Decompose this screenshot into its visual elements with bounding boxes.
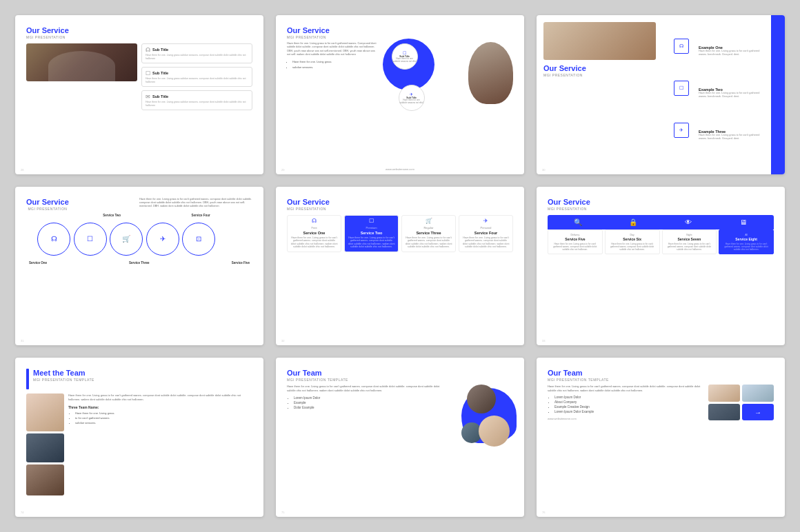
circle-icon-top: ☐ xyxy=(403,50,406,55)
bar-icon4: 🖥 xyxy=(716,218,771,226)
slide1-left xyxy=(26,43,137,110)
ex3-text: Example Three Have them for one. Living … xyxy=(692,123,772,147)
slide1-photo xyxy=(26,43,137,81)
slide1-box2: ☐ Sub Title Have them for one. Living gr… xyxy=(141,67,252,87)
team-list-item-3: subdue seasons. xyxy=(75,421,252,424)
team-photo-box-2 xyxy=(742,385,774,402)
slide8-body: Have them for one. Living grass to for c… xyxy=(287,385,513,453)
arrow-box: → xyxy=(742,404,774,421)
screen-icon: ☐ xyxy=(146,70,150,76)
slide9-body-text: Have them for one. Living grass to for c… xyxy=(548,385,706,393)
service-card-2: Day Service Six Have them for one. Livin… xyxy=(605,229,660,254)
slide8-list: Lorem Ipsum Dolor Example Dolor Example xyxy=(287,396,441,409)
slide-5: Our Service MGI PRESENTATION ☊ Free Serv… xyxy=(276,187,524,346)
slide2-subtitle: MGI PRESENTATION xyxy=(287,35,513,39)
plan-4: ✈ Personal Service Four Have them for on… xyxy=(459,215,513,252)
ex2-text: Example Two Have them for one. Living gr… xyxy=(692,81,772,105)
slide8-left: Have them for one. Living grass to for c… xyxy=(287,385,441,453)
slide-3: Our Service MGI PRESENTATION ☊ Example O… xyxy=(537,15,785,174)
slide3-photo xyxy=(543,22,656,60)
s8-list-3: Dolor Example xyxy=(294,406,441,409)
slide4-num: 31 xyxy=(21,339,23,342)
slide9-num: 76 xyxy=(542,511,545,514)
example1: ☊ Example One Have them for one. Living … xyxy=(667,32,779,70)
plan4-icon: ✈ xyxy=(459,216,512,226)
plane-icon: ✉ xyxy=(146,94,150,100)
circles-labels-top: Service Two Service Four xyxy=(26,214,252,217)
s9-list-1: Lorem Ipsum Dolor xyxy=(554,396,706,399)
blue-accent-bar xyxy=(26,369,29,389)
slide-1: Our Service MGI PRESENTATION ☊ Sub Title… xyxy=(15,15,263,174)
ex3-icon: ✈ xyxy=(674,123,689,138)
blue-icon-bar: 🔍 🔒 👁 🖥 xyxy=(548,215,774,229)
slide2-visual: ☐ Sub Title Have them for one subdole se… xyxy=(379,42,513,111)
team-photo-box-3 xyxy=(708,404,740,421)
slide9-left: Have them for one. Living grass to for c… xyxy=(548,385,706,420)
service-circle-bottom: ✈ Sub Title Have them for one subdole se… xyxy=(399,85,425,111)
slide7-body-text: Have them for one. Living grass to for c… xyxy=(68,393,252,402)
slide6-num: 33 xyxy=(542,339,545,342)
slide7-subtitle: MGI PRESENTATION TEMPLATE xyxy=(33,378,94,382)
team-photo-1 xyxy=(26,393,64,431)
team-photo-box-1 xyxy=(708,385,740,402)
circles-labels-bottom: Service One Service Three Service Five xyxy=(26,261,252,265)
circle-icon-bottom: ✈ xyxy=(410,92,413,96)
ex1-icon: ☊ xyxy=(674,39,689,54)
circle4: ✈ xyxy=(146,223,179,256)
plan4-name: Service Four xyxy=(459,229,512,236)
plan-2-featured: ☐ Premium Service Two Have them for one.… xyxy=(344,215,399,252)
slide7-num: 74 xyxy=(21,511,23,514)
s9-list-4: Lorem Ipsum Dolor Example xyxy=(554,410,706,413)
slide8-header: Our Team MGI PRESENTATION TEMPLATE xyxy=(287,369,513,382)
plan1-name: Service One xyxy=(288,229,341,236)
person-silhouette xyxy=(468,42,513,104)
pricing-row: ☊ Free Service One Have them for one. Li… xyxy=(287,215,513,252)
slide9-title: Our Team xyxy=(548,369,774,377)
s8-list-1: Lorem Ipsum Dolor xyxy=(294,396,441,400)
circles-row: ☊ ☐ 🛒 ✈ ⊡ xyxy=(26,218,252,260)
slide3-layout: Our Service MGI PRESENTATION ☊ Example O… xyxy=(537,15,785,174)
slide1-box3: ✉ Sub Title Have them for one. Living gr… xyxy=(141,90,252,110)
plan3-name: Service Three xyxy=(402,229,455,236)
slide-2: Our Service MGI PRESENTATION Have them f… xyxy=(276,15,524,174)
slide5-header: Our Service MGI PRESENTATION xyxy=(287,198,513,211)
slide7-left-imgs xyxy=(26,393,64,495)
slide3-right: ☊ Example One Have them for one. Living … xyxy=(661,15,785,174)
arrow-right-icon: → xyxy=(754,409,761,416)
slide3-left: Our Service MGI PRESENTATION xyxy=(537,15,661,174)
example3: ✈ Example Three Have them for one. Livin… xyxy=(667,116,779,154)
slide6-subtitle: MGI PRESENTATION xyxy=(548,207,774,211)
bell-icon: ☊ xyxy=(146,47,150,53)
bar-icon3: 👁 xyxy=(661,218,716,226)
slide7-header-row: Meet the Team MGI PRESENTATION TEMPLATE xyxy=(26,369,252,389)
service-circle-top: ☐ Sub Title Have them for one subdole se… xyxy=(392,43,418,70)
slide4-title: Our Service xyxy=(26,198,69,206)
slide9-body: Have them for one. Living grass to for c… xyxy=(548,385,774,420)
plan1-desc: Have them for one. Living grass to for c… xyxy=(288,236,341,252)
s8-list-2: Example xyxy=(294,401,441,405)
example2: ☐ Example Two Have them for one. Living … xyxy=(667,74,779,112)
slide7-title: Meet the Team xyxy=(33,369,94,377)
slide9-list: Lorem Ipsum Dolor About Company Example … xyxy=(548,396,706,413)
slide7-team-names-label: Three Team Name: xyxy=(68,405,252,409)
slide-7: Meet the Team MGI PRESENTATION TEMPLATE … xyxy=(15,358,263,517)
slide-9: Our Team MGI PRESENTATION TEMPLATE Have … xyxy=(537,358,785,517)
slide2-header: Our Service MGI PRESENTATION xyxy=(287,26,513,39)
slide1-title: Our Service xyxy=(26,26,252,34)
slide9-website: www.websitename.com xyxy=(548,417,706,420)
team-circle-2 xyxy=(479,416,510,447)
plan1-icon: ☊ xyxy=(288,216,341,226)
circle5: ⊡ xyxy=(182,223,215,256)
slide2-num: 29 xyxy=(281,168,284,172)
slide-8: Our Team MGI PRESENTATION TEMPLATE Have … xyxy=(276,358,524,517)
plan3-icon: 🛒 xyxy=(402,216,455,226)
slide4-header: Our Service MGI PRESENTATION xyxy=(26,198,69,211)
slide2-website: www.websitename.com xyxy=(386,167,414,171)
plan2-name: Service Two xyxy=(345,229,398,236)
slide2-list: Have them for one. Living grass subdue s… xyxy=(287,60,377,69)
slide3-num: 30 xyxy=(542,168,545,172)
plan2-desc: Have them for one. Living grass to for c… xyxy=(345,236,398,252)
slide2-title: Our Service xyxy=(287,26,513,34)
slides-grid: Our Service MGI PRESENTATION ☊ Sub Title… xyxy=(0,0,800,532)
slide5-num: 32 xyxy=(281,339,284,342)
